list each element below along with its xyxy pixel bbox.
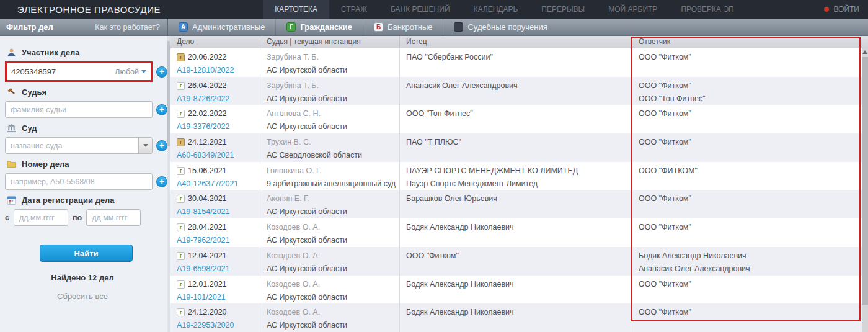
top-nav-item[interactable]: БАНК РЕШЕНИЙ <box>379 0 462 19</box>
case-number-label: Номер дела <box>22 159 69 169</box>
plaintiff-name: ООО "Фитком" <box>406 251 627 261</box>
case-status-icon: г <box>177 82 185 90</box>
results-count: Найдено 12 дел <box>5 273 160 282</box>
table-row: г 24.12.2021 А60-68349/2021 Трухин В. С.… <box>170 133 868 162</box>
case-number-link[interactable]: А19-8726/2022 <box>177 94 255 104</box>
top-nav-item[interactable]: МОЙ АРБИТР <box>596 0 669 19</box>
plaintiff-name: Бодяк Александр Николаевич <box>406 279 627 290</box>
case-number-link[interactable]: А60-68349/2021 <box>177 150 255 161</box>
judge-input[interactable]: фамилия судьи <box>5 101 153 118</box>
case-number-link[interactable]: А19-7962/2021 <box>177 235 255 246</box>
defendant-name: ООО "Фитком" <box>639 52 863 63</box>
plaintiff-cell: ПАО "Т ПЛЮС" <box>400 133 632 162</box>
defendant-name: ООО "Фитком" <box>639 109 863 119</box>
court-field-row: название суда + <box>5 137 167 154</box>
top-nav-item[interactable]: КАЛЕНДАРЬ <box>462 0 530 19</box>
filter-title: Фильтр дел <box>6 22 53 32</box>
participant-mode-dropdown[interactable]: Любой <box>115 68 146 76</box>
how-it-works-link[interactable]: Как это работает? <box>95 23 160 32</box>
case-number-field-row: например, А50-5568/08 + <box>5 173 167 190</box>
top-nav-item[interactable]: ПЕРЕРЫВЫ <box>529 0 596 19</box>
reset-all-link[interactable]: Сбросить все <box>5 292 160 301</box>
case-type-tab[interactable]: Судебные поручения <box>443 19 557 36</box>
judge-name: Козодоев О. А. <box>267 222 394 233</box>
case-date: 24.12.2020 <box>188 307 227 318</box>
defendant-cell: ООО "Фитком" <box>632 218 868 247</box>
participant-mode-value: Любой <box>115 68 139 76</box>
court-label: Суд <box>22 123 37 133</box>
defendant-cell: ООО "Фитком" <box>632 303 868 332</box>
case-status-icon: г <box>177 280 185 289</box>
column-header-plaintiff: Истец <box>400 36 632 48</box>
sidebar-scrollbar-thumb[interactable] <box>167 41 170 146</box>
case-number-link[interactable]: А19-8154/2021 <box>177 207 255 217</box>
court-select[interactable]: название суда <box>5 137 153 154</box>
case-number-link[interactable]: А19-3376/2022 <box>177 122 255 132</box>
case-number-link[interactable]: А19-101/2021 <box>177 292 255 303</box>
case-type-tab[interactable]: Б Банкротные <box>363 19 444 36</box>
case-number-link[interactable]: А19-6598/2021 <box>177 264 255 274</box>
add-court-button[interactable]: + <box>156 140 167 151</box>
date-from-input[interactable]: дд.мм.гггг <box>14 209 68 226</box>
scroll-up-icon[interactable] <box>862 50 867 54</box>
defendant-name: ООО "Топ Фитнес" <box>639 94 863 104</box>
top-nav-item[interactable]: КАРТОТЕКА <box>263 0 329 19</box>
plaintiff-cell: ПАУЭР СПОРТС МЕНЕДЖМЕНТ КО ЛИМИТЕДПауэр … <box>400 162 632 191</box>
case-number-link[interactable]: А19-22953/2020 <box>177 320 255 331</box>
table-row: г 20.06.2022 А19-12810/2022 Зарубина Т. … <box>170 48 868 77</box>
defendant-name: Бодяк Александр Николаевич <box>639 251 863 261</box>
judge-name: Зарубина Т. Б. <box>267 81 394 91</box>
judge-name: Головкина О. Г. <box>267 166 394 176</box>
table-body: г 20.06.2022 А19-12810/2022 Зарубина Т. … <box>170 48 868 332</box>
case-type-icon: Г <box>286 22 296 32</box>
defendant-name: ООО "Фитком" <box>639 279 863 290</box>
court-placeholder: название суда <box>11 141 63 150</box>
court-building-icon <box>6 123 17 133</box>
defendant-cell: ООО "Фитком" <box>632 105 868 133</box>
case-number-link[interactable]: А19-12810/2022 <box>177 65 255 76</box>
case-number-link[interactable]: А40-126377/2021 <box>177 179 255 189</box>
add-judge-button[interactable]: + <box>156 104 167 115</box>
case-number-input[interactable]: например, А50-5568/08 <box>5 173 153 190</box>
court-name: АС Иркутской области <box>267 65 394 76</box>
top-nav-item[interactable]: СТРАЖ <box>329 0 379 19</box>
case-type-icon: А <box>179 22 188 32</box>
login-button[interactable]: ВОЙТИ <box>824 5 859 14</box>
filter-sidebar: Участник дела 4205348597 Любой + Судья ф… <box>0 36 167 332</box>
court-group-label: Суд <box>6 123 167 133</box>
case-date: 28.04.2021 <box>188 222 227 233</box>
case-status-icon: г <box>177 53 185 61</box>
table-scrollbar[interactable] <box>862 48 868 332</box>
case-date: 20.06.2022 <box>188 52 227 63</box>
date-to-input[interactable]: дд.мм.гггг <box>86 209 141 226</box>
case-number-group-label: Номер дела <box>6 159 167 169</box>
plaintiff-cell: Бодяк Александр Николаевич <box>400 303 632 332</box>
judge-placeholder: фамилия судьи <box>11 105 66 114</box>
participant-value[interactable]: 4205348597 <box>11 67 56 76</box>
case-date: 24.12.2021 <box>188 137 227 148</box>
defendant-name: ООО "Фитком" <box>639 222 863 233</box>
judge-group-label: Судья <box>6 87 167 97</box>
case-type-tab[interactable]: Г Гражданские <box>276 19 363 36</box>
judge-name: Козодоев О. А. <box>267 279 394 290</box>
top-nav-item[interactable]: ПРОВЕРКА ЭП <box>669 0 745 19</box>
case-type-tab[interactable]: А Административные <box>168 19 276 36</box>
court-name: АС Иркутской области <box>267 94 394 104</box>
reg-date-label: Дата регистрации дела <box>22 195 115 205</box>
defendant-name: ООО "Фитком" <box>639 137 863 148</box>
plaintiff-name: Бодяк Александр Николаевич <box>406 222 627 233</box>
add-case-number-button[interactable]: + <box>156 176 167 187</box>
participant-input-highlighted[interactable]: 4205348597 Любой <box>5 61 153 82</box>
search-button[interactable]: Найти <box>40 245 133 262</box>
defendant-cell: ООО "ФИТКОМ" <box>632 162 868 191</box>
table-scrollbar-thumb[interactable] <box>862 57 868 305</box>
add-participant-button[interactable]: + <box>156 66 167 78</box>
judge-name: Акопян Е. Г. <box>267 194 394 204</box>
plaintiff-cell: ООО "Фитком" <box>400 247 632 276</box>
date-to-placeholder: дд.мм.гггг <box>92 213 127 222</box>
table-row: г 12.01.2021 А19-101/2021 Козодоев О. А.… <box>170 276 868 304</box>
plaintiff-name: Пауэр Спортс Менеджмент Лимитед <box>406 179 627 189</box>
app-title: ЭЛЕКТРОННОЕ ПРАВОСУДИЕ <box>0 4 161 15</box>
court-dropdown-button[interactable] <box>138 138 152 153</box>
table-row: г 30.04.2021 А19-8154/2021 Акопян Е. Г. … <box>170 190 868 218</box>
